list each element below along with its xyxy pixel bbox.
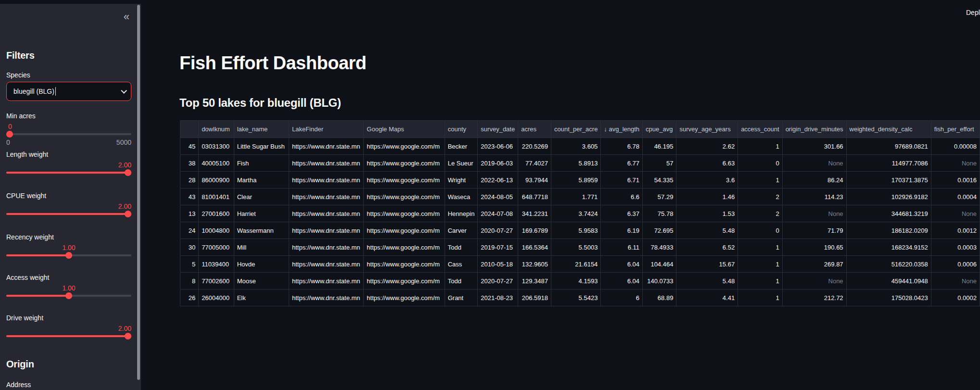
- google-maps-link[interactable]: https://www.google.com/m: [364, 222, 445, 239]
- table-cell-acres: 129.3487: [518, 273, 551, 289]
- table-cell-dowlknum: 27001600: [199, 205, 234, 222]
- lakefinder-link[interactable]: https://www.dnr.state.mn: [289, 138, 363, 155]
- column-header-origin_drive_minutes[interactable]: origin_drive_minutes: [782, 121, 846, 138]
- table-cell-county: Wright: [445, 172, 478, 189]
- table-cell-cpue_avg: 72.695: [643, 222, 676, 239]
- species-select[interactable]: bluegill (BLG): [6, 82, 131, 101]
- address-label: Address: [6, 381, 31, 389]
- column-header-weighted_density_calc[interactable]: weighted_density_calc: [846, 121, 931, 138]
- table-cell-survey_date: 2019-06-03: [478, 155, 518, 172]
- slider-track[interactable]: [6, 254, 131, 256]
- column-header-access_count[interactable]: access_count: [738, 121, 783, 138]
- google-maps-link[interactable]: https://www.google.com/m: [364, 172, 445, 189]
- table-cell-dowlknum: 81001401: [199, 189, 234, 205]
- table-cell-acres: 341.2231: [518, 205, 551, 222]
- slider-thumb[interactable]: [65, 252, 72, 259]
- slider-track[interactable]: [6, 133, 131, 135]
- deploy-button[interactable]: Deploy: [966, 9, 980, 16]
- google-maps-link[interactable]: https://www.google.com/m: [364, 155, 445, 172]
- column-header-survey_date[interactable]: survey_date: [478, 121, 518, 138]
- google-maps-link[interactable]: https://www.google.com/m: [364, 289, 445, 306]
- slider-value: 1.00: [59, 244, 78, 252]
- column-header-index[interactable]: [180, 121, 199, 138]
- lakefinder-link[interactable]: https://www.dnr.state.mn: [289, 289, 363, 306]
- table-row: 2886000900Marthahttps://www.dnr.state.mn…: [180, 172, 980, 189]
- lakes-dataframe[interactable]: dowlknumlake_nameLakeFinderGoogle Mapsco…: [180, 120, 980, 306]
- column-header-county[interactable]: county: [445, 121, 478, 138]
- table-cell-fish_per_effort: 0.0016: [931, 172, 980, 189]
- google-maps-link[interactable]: https://www.google.com/m: [364, 205, 445, 222]
- table-cell-index: 8: [180, 273, 199, 289]
- table-cell-weighted_density_calc: 102926.9182: [846, 189, 931, 205]
- slider-thumb[interactable]: [125, 211, 131, 217]
- table-cell-count_per_acre: 4.1593: [551, 273, 601, 289]
- table-cell-survey_age_years: 5.48: [676, 273, 738, 289]
- table-cell-lake_name: Moose: [234, 273, 289, 289]
- origin-heading: Origin: [6, 359, 34, 370]
- table-cell-dowlknum: 10004800: [199, 222, 234, 239]
- sidebar-scrollbar[interactable]: [137, 5, 140, 380]
- table-cell-weighted_density_calc: 168234.9152: [846, 239, 931, 256]
- lakefinder-link[interactable]: https://www.dnr.state.mn: [289, 256, 363, 273]
- column-header-fish_per_effort[interactable]: fish_per_effort: [931, 121, 980, 138]
- column-header-cpue_avg[interactable]: cpue_avg: [643, 121, 676, 138]
- slider-label: Length weight: [6, 151, 48, 158]
- chevron-down-icon[interactable]: [121, 88, 127, 94]
- slider-thumb[interactable]: [65, 292, 72, 299]
- slider-track[interactable]: [6, 335, 131, 337]
- table-cell-avg_length: 6.19: [601, 222, 643, 239]
- column-header-lake_name[interactable]: lake_name: [234, 121, 289, 138]
- slider-thumb[interactable]: [6, 131, 13, 138]
- slider-value: 0: [8, 123, 12, 130]
- slider-value: 1.00: [59, 284, 78, 292]
- lakefinder-link[interactable]: https://www.dnr.state.mn: [289, 273, 363, 289]
- table-cell-survey_date: 2010-05-18: [478, 256, 518, 273]
- table-cell-count_per_acre: 21.6154: [551, 256, 601, 273]
- google-maps-link[interactable]: https://www.google.com/m: [364, 256, 445, 273]
- table-cell-cpue_avg: 54.335: [643, 172, 676, 189]
- table-row: 4381001401Clearhttps://www.dnr.state.mnh…: [180, 189, 980, 205]
- lakefinder-link[interactable]: https://www.dnr.state.mn: [289, 172, 363, 189]
- column-header-Google Maps[interactable]: Google Maps: [364, 121, 445, 138]
- table-cell-acres: 132.9605: [518, 256, 551, 273]
- column-header-dowlknum[interactable]: dowlknum: [199, 121, 234, 138]
- table-cell-survey_date: 2021-08-23: [478, 289, 518, 306]
- slider-track[interactable]: [6, 213, 131, 215]
- none-value: None: [962, 160, 977, 167]
- column-header-acres[interactable]: acres: [518, 121, 551, 138]
- table-cell-avg_length: 6.37: [601, 205, 643, 222]
- slider-track[interactable]: [6, 172, 131, 174]
- table-cell-count_per_acre: 5.8959: [551, 172, 601, 189]
- lakefinder-link[interactable]: https://www.dnr.state.mn: [289, 239, 363, 256]
- table-cell-cpue_avg: 57.29: [643, 189, 676, 205]
- slider-thumb[interactable]: [125, 333, 131, 340]
- table-row: 511039400Hovdehttps://www.dnr.state.mnht…: [180, 256, 980, 273]
- google-maps-link[interactable]: https://www.google.com/m: [364, 189, 445, 205]
- column-header-count_per_acre[interactable]: count_per_acre: [551, 121, 601, 138]
- lakefinder-link[interactable]: https://www.dnr.state.mn: [289, 189, 363, 205]
- google-maps-link[interactable]: https://www.google.com/m: [364, 138, 445, 155]
- table-cell-survey_age_years: 6.63: [676, 155, 738, 172]
- table-cell-origin_drive_minutes: None: [782, 205, 846, 222]
- table-cell-dowlknum: 03031300: [199, 138, 234, 155]
- lakefinder-link[interactable]: https://www.dnr.state.mn: [289, 155, 363, 172]
- google-maps-link[interactable]: https://www.google.com/m: [364, 239, 445, 256]
- slider-range-max: 5000: [116, 138, 131, 146]
- sidebar-collapse-icon[interactable]: «: [124, 12, 129, 22]
- lakefinder-link[interactable]: https://www.dnr.state.mn: [289, 205, 363, 222]
- slider-fill: [6, 254, 69, 256]
- table-cell-index: 13: [180, 205, 199, 222]
- slider-thumb[interactable]: [125, 169, 131, 176]
- google-maps-link[interactable]: https://www.google.com/m: [364, 273, 445, 289]
- table-cell-avg_length: 6.78: [601, 138, 643, 155]
- table-cell-county: Grant: [445, 289, 478, 306]
- table-cell-access_count: 1: [738, 172, 783, 189]
- table-cell-dowlknum: 77002600: [199, 273, 234, 289]
- table-cell-weighted_density_calc: 516220.0358: [846, 256, 931, 273]
- column-header-avg_length[interactable]: ↓ avg_length: [601, 121, 643, 138]
- table-cell-access_count: 1: [738, 239, 783, 256]
- column-header-LakeFinder[interactable]: LakeFinder: [289, 121, 363, 138]
- slider-track[interactable]: [6, 295, 131, 297]
- lakefinder-link[interactable]: https://www.dnr.state.mn: [289, 222, 363, 239]
- column-header-survey_age_years[interactable]: survey_age_years: [676, 121, 738, 138]
